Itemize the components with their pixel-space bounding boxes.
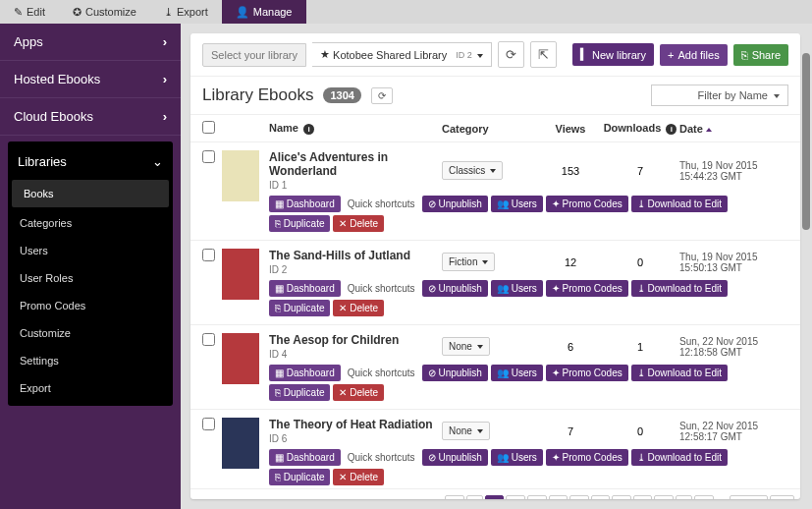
users-button[interactable]: 👥 Users [491, 365, 543, 381]
book-cover [222, 418, 259, 469]
unpublish-button[interactable]: ⊘ Unpublish [422, 365, 488, 381]
pager-page-1[interactable]: 1 [485, 495, 505, 499]
unpublish-button[interactable]: ⊘ Unpublish [422, 196, 488, 212]
pager-page-5[interactable]: 5 [569, 495, 589, 499]
sidebar-item-categories[interactable]: Categories [8, 209, 173, 237]
pager-page-3[interactable]: 3 [527, 495, 547, 499]
tab-export[interactable]: ⤓Export [150, 0, 222, 24]
select-all-checkbox[interactable] [202, 121, 215, 134]
pager-prev[interactable]: ‹ [466, 495, 483, 499]
users-button[interactable]: 👥 Users [491, 449, 543, 466]
category-select[interactable]: None [442, 337, 490, 356]
sidebar-section-apps[interactable]: Apps› [0, 24, 181, 61]
row-checkbox[interactable] [202, 418, 215, 430]
sidebar-item-books[interactable]: Books [12, 180, 169, 207]
filter-select[interactable]: Filter by Name [651, 85, 788, 106]
page-title: Library Ebooks [202, 85, 313, 105]
download-edit-button[interactable]: ⤓ Download to Edit [631, 280, 728, 297]
date-value: Sun, 22 Nov 2015 12:58:17 GMT [679, 421, 788, 442]
col-category[interactable]: Category [442, 123, 540, 135]
download-edit-button[interactable]: ⤓ Download to Edit [631, 449, 728, 466]
tab-manage[interactable]: 👤Manage [222, 0, 306, 24]
pager-last[interactable]: » [694, 495, 714, 499]
dashboard-button[interactable]: ▦ Dashboard [269, 196, 341, 212]
duplicate-button[interactable]: ⎘ Duplicate [269, 384, 330, 401]
pager-page-2[interactable]: 2 [506, 495, 525, 499]
promo-codes-button[interactable]: ✦ Promo Codes [546, 280, 628, 297]
dashboard-button[interactable]: ▦ Dashboard [269, 280, 341, 297]
promo-codes-button[interactable]: ✦ Promo Codes [546, 365, 628, 381]
pager-next[interactable]: › [676, 495, 692, 499]
downloads-value: 7 [601, 165, 679, 177]
page-header: Library Ebooks 1304 ⟳ Filter by Name [190, 77, 800, 114]
new-library-button[interactable]: ▍New library [572, 43, 654, 66]
sidebar-item-promo-codes[interactable]: Promo Codes [8, 292, 173, 319]
sidebar-section-cloud-ebooks[interactable]: Cloud Ebooks› [0, 98, 181, 136]
unpublish-button[interactable]: ⊘ Unpublish [422, 280, 488, 297]
delete-button[interactable]: ✕ Delete [333, 384, 384, 401]
book-title: The Theory of Heat Radiation [269, 418, 442, 431]
tab-customize[interactable]: ✪Customize [59, 0, 150, 24]
col-views[interactable]: Views [540, 123, 601, 135]
unpublish-button[interactable]: ⊘ Unpublish [422, 449, 488, 466]
open-external-button[interactable]: ⇱ [530, 41, 557, 68]
libraries-panel: Libraries ⌄ BooksCategoriesUsersUser Rol… [8, 141, 173, 406]
add-files-button[interactable]: +Add files [660, 44, 728, 66]
refresh-button[interactable]: ⟳ [498, 41, 524, 68]
row-checkbox[interactable] [202, 150, 215, 163]
tab-edit[interactable]: ✎Edit [0, 0, 59, 24]
pager-page-9[interactable]: 9 [654, 495, 674, 499]
promo-codes-button[interactable]: ✦ Promo Codes [546, 449, 628, 466]
library-selector[interactable]: ★ Kotobee Shared Library ID 2 [312, 42, 492, 67]
sidebar-item-customize[interactable]: Customize [8, 319, 173, 347]
duplicate-button[interactable]: ⎘ Duplicate [269, 215, 330, 232]
rows-per-page[interactable]: 20 [770, 495, 794, 499]
row-checkbox[interactable] [202, 249, 215, 261]
sidebar-item-users[interactable]: Users [8, 237, 173, 264]
caret-down-icon [475, 425, 483, 436]
category-select[interactable]: Fiction [442, 253, 495, 271]
duplicate-button[interactable]: ⎘ Duplicate [269, 469, 330, 485]
dashboard-button[interactable]: ▦ Dashboard [269, 449, 341, 466]
sort-asc-icon [703, 123, 712, 135]
delete-button[interactable]: ✕ Delete [333, 469, 384, 485]
col-name[interactable]: Name i [269, 122, 442, 135]
pager-page-7[interactable]: 7 [612, 495, 631, 499]
category-select[interactable]: Classics [442, 161, 503, 180]
user-icon: 👤 [236, 6, 249, 19]
col-date[interactable]: Date [679, 123, 788, 135]
dashboard-button[interactable]: ▦ Dashboard [269, 365, 341, 381]
main-panel: Select your library ★ Kotobee Shared Lib… [190, 33, 800, 499]
sidebar-item-settings[interactable]: Settings [8, 347, 173, 374]
plus-icon: + [668, 49, 674, 61]
refresh-list-button[interactable]: ⟳ [371, 87, 393, 104]
sidebar-section-hosted-ebooks[interactable]: Hosted Ebooks› [0, 61, 181, 98]
wrench-icon: ✪ [73, 6, 81, 19]
users-button[interactable]: 👥 Users [491, 280, 543, 297]
select-library-label: Select your library [202, 43, 306, 67]
pager-page-4[interactable]: 4 [549, 495, 568, 499]
promo-codes-button[interactable]: ✦ Promo Codes [546, 196, 628, 212]
users-button[interactable]: 👥 Users [491, 196, 543, 212]
pager-first[interactable]: « [445, 495, 464, 499]
download-edit-button[interactable]: ⤓ Download to Edit [631, 196, 728, 212]
book-id: ID 6 [269, 433, 442, 444]
pager-page-8[interactable]: 8 [633, 495, 653, 499]
delete-button[interactable]: ✕ Delete [333, 300, 384, 316]
delete-button[interactable]: ✕ Delete [333, 215, 384, 232]
sidebar-item-export[interactable]: Export [8, 374, 173, 402]
duplicate-button[interactable]: ⎘ Duplicate [269, 300, 330, 316]
pager-page-6[interactable]: 6 [591, 495, 611, 499]
category-select[interactable]: None [442, 422, 490, 440]
content-area: Select your library ★ Kotobee Shared Lib… [181, 24, 812, 509]
col-downloads[interactable]: Downloads i [601, 122, 679, 135]
table-row: The Aesop for ChildrenID 4None 61Sun, 22… [190, 325, 800, 410]
scrollbar[interactable] [802, 53, 810, 230]
row-checkbox[interactable] [202, 333, 215, 346]
rows-label: Rows [730, 495, 768, 499]
libraries-header[interactable]: Libraries ⌄ [8, 145, 173, 178]
download-edit-button[interactable]: ⤓ Download to Edit [631, 365, 728, 381]
share-button[interactable]: ⎘Share [733, 44, 788, 66]
libraries-title: Libraries [18, 154, 67, 169]
sidebar-item-user-roles[interactable]: User Roles [8, 264, 173, 292]
